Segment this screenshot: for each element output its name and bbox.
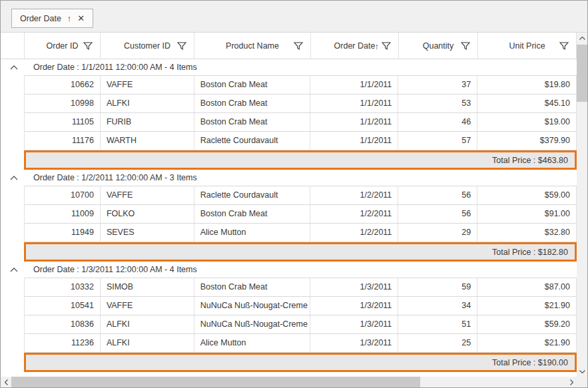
group-summary-row: Total Price : $463.80 — [24, 150, 577, 170]
scroll-down-button[interactable] — [577, 366, 587, 377]
cell-order_id[interactable]: 11236 — [25, 334, 101, 352]
cell-customer_id[interactable]: ALFKI — [101, 334, 194, 352]
cell-unit_price[interactable]: $21.90 — [477, 297, 577, 315]
group-rows: 10700VAFFERaclette Courdavault1/2/201156… — [24, 186, 577, 242]
cell-unit_price[interactable]: $379.90 — [477, 132, 577, 150]
cell-unit_price[interactable]: $87.00 — [477, 278, 577, 296]
cell-product_name[interactable]: Boston Crab Meat — [194, 76, 311, 94]
cell-customer_id[interactable]: ALFKI — [101, 315, 194, 333]
cell-order_id[interactable]: 11949 — [25, 224, 101, 242]
cell-product_name[interactable]: NuNuCa Nuß-Nougat-Creme — [194, 315, 311, 333]
cell-unit_price[interactable]: $91.00 — [477, 205, 577, 223]
cell-product_name[interactable]: NuNuCa Nuß-Nougat-Creme — [194, 297, 311, 315]
vertical-scrollbar-thumb[interactable] — [577, 45, 587, 102]
cell-order_date[interactable]: 1/3/2011 — [310, 297, 398, 315]
cell-product_name[interactable]: Alice Mutton — [194, 224, 311, 242]
cell-order_id[interactable]: 10836 — [25, 315, 101, 333]
cell-customer_id[interactable]: VAFFE — [101, 297, 194, 315]
cell-customer_id[interactable]: SIMOB — [101, 278, 194, 296]
cell-unit_price[interactable]: $59.20 — [477, 315, 577, 333]
cell-customer_id[interactable]: FOLKO — [101, 205, 194, 223]
group-caption-row[interactable]: Order Date : 1/2/2011 12:00:00 AM - 3 It… — [1, 170, 577, 186]
cell-order_date[interactable]: 1/3/2011 — [310, 278, 398, 296]
cell-order_date[interactable]: 1/2/2011 — [310, 224, 398, 242]
column-header-order-id[interactable]: Order ID — [24, 33, 100, 59]
cell-order_date[interactable]: 1/1/2011 — [310, 132, 398, 150]
cell-unit_price[interactable]: $19.80 — [477, 76, 577, 94]
cell-quantity[interactable]: 51 — [398, 315, 477, 333]
column-header-quantity[interactable]: Quantity — [398, 33, 477, 59]
column-header-product-name[interactable]: Product Name — [194, 33, 310, 59]
filter-icon[interactable] — [177, 42, 186, 50]
cell-product_name[interactable]: Boston Crab Meat — [194, 205, 311, 223]
filter-icon[interactable] — [559, 42, 569, 50]
cell-order_id[interactable]: 10662 — [25, 76, 101, 94]
cell-quantity[interactable]: 25 — [398, 334, 477, 352]
cell-order_id[interactable]: 10332 — [25, 278, 101, 296]
horizontal-scrollbar[interactable] — [1, 377, 577, 387]
cell-quantity[interactable]: 57 — [398, 132, 477, 150]
column-header-customer-id[interactable]: Customer ID — [100, 33, 194, 59]
group-caption-row[interactable]: Order Date : 1/3/2011 12:00:00 AM - 4 It… — [1, 262, 577, 278]
cell-quantity[interactable]: 56 — [398, 186, 477, 204]
group-caption-row[interactable]: Order Date : 1/1/2011 12:00:00 AM - 4 It… — [1, 59, 577, 75]
cell-quantity[interactable]: 59 — [398, 278, 477, 296]
cell-order_date[interactable]: 1/2/2011 — [310, 205, 398, 223]
cell-product_name[interactable]: Boston Crab Meat — [194, 278, 311, 296]
cell-product_name[interactable]: Boston Crab Meat — [194, 95, 311, 112]
cell-customer_id[interactable]: VAFFE — [101, 76, 194, 94]
table-row: 10998ALFKIBoston Crab Meat1/1/201153$45.… — [25, 95, 577, 113]
collapse-group-icon[interactable] — [10, 268, 18, 272]
collapse-group-icon[interactable] — [10, 65, 18, 70]
filter-icon[interactable] — [294, 42, 303, 50]
horizontal-scrollbar-thumb[interactable] — [11, 377, 420, 387]
cell-quantity[interactable]: 53 — [398, 95, 477, 112]
cell-product_name[interactable]: Raclette Courdavault — [194, 186, 311, 204]
vertical-scrollbar[interactable] — [577, 33, 587, 377]
scroll-up-button[interactable] — [577, 33, 587, 43]
cell-order_id[interactable]: 11105 — [25, 113, 101, 131]
scroll-right-button[interactable] — [566, 377, 577, 387]
column-header-unit-price[interactable]: Unit Price — [477, 33, 577, 59]
sort-ascending-icon[interactable]: ↑ — [67, 14, 72, 23]
cell-customer_id[interactable]: VAFFE — [101, 186, 194, 204]
filter-icon[interactable] — [461, 42, 470, 50]
cell-customer_id[interactable]: WARTH — [101, 132, 194, 150]
cell-quantity[interactable]: 37 — [398, 76, 477, 94]
close-icon[interactable]: ✕ — [77, 14, 85, 23]
cell-quantity[interactable]: 34 — [398, 297, 477, 315]
cell-order_id[interactable]: 10541 — [25, 297, 101, 315]
cell-unit_price[interactable]: $19.00 — [477, 113, 577, 131]
cell-order_id[interactable]: 10998 — [25, 95, 101, 112]
cell-order_date[interactable]: 1/3/2011 — [310, 315, 398, 333]
cell-quantity[interactable]: 29 — [398, 224, 477, 242]
cell-order_date[interactable]: 1/3/2011 — [310, 334, 398, 352]
group-caption-text: Order Date : 1/2/2011 12:00:00 AM - 3 It… — [33, 173, 197, 182]
cell-product_name[interactable]: Alice Mutton — [194, 334, 311, 352]
group-chip-order-date[interactable]: Order Date ↑ ✕ — [11, 9, 93, 28]
cell-order_date[interactable]: 1/1/2011 — [310, 76, 398, 94]
cell-order_date[interactable]: 1/1/2011 — [310, 95, 398, 112]
cell-order_date[interactable]: 1/1/2011 — [310, 113, 398, 131]
cell-order_id[interactable]: 11176 — [25, 132, 101, 150]
filter-icon[interactable] — [382, 42, 391, 50]
cell-order_id[interactable]: 11009 — [25, 205, 101, 223]
cell-unit_price[interactable]: $32.80 — [477, 224, 577, 242]
cell-customer_id[interactable]: ALFKI — [101, 95, 194, 112]
cell-customer_id[interactable]: SEVES — [101, 224, 194, 242]
cell-product_name[interactable]: Boston Crab Meat — [194, 113, 311, 131]
column-header-order-date[interactable]: Order Date ↑ — [310, 33, 398, 59]
cell-unit_price[interactable]: $59.00 — [477, 186, 577, 204]
filter-icon[interactable] — [83, 42, 93, 50]
cell-unit_price[interactable]: $45.10 — [477, 95, 577, 112]
cell-order_id[interactable]: 10700 — [25, 186, 101, 204]
group-drop-area[interactable]: Order Date ↑ ✕ — [1, 1, 587, 33]
cell-quantity[interactable]: 46 — [398, 113, 477, 131]
cell-quantity[interactable]: 56 — [398, 205, 477, 223]
cell-order_date[interactable]: 1/2/2011 — [310, 186, 398, 204]
cell-customer_id[interactable]: FURIB — [101, 113, 194, 131]
scroll-left-button[interactable] — [1, 377, 11, 387]
cell-product_name[interactable]: Raclette Courdavault — [194, 132, 311, 150]
cell-unit_price[interactable]: $21.90 — [477, 334, 577, 352]
collapse-group-icon[interactable] — [10, 176, 18, 180]
